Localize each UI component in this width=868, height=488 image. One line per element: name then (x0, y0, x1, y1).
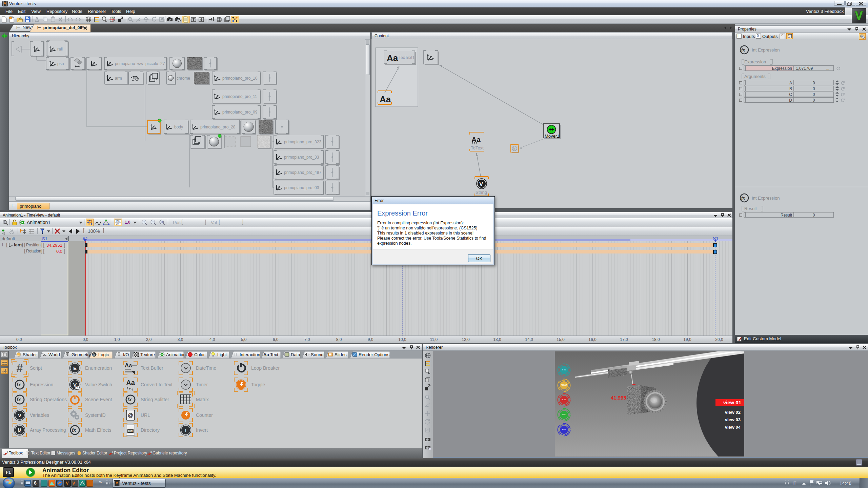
svg-text:Mover1: Mover1 (545, 134, 559, 139)
svg-text:Light: Light (217, 352, 227, 357)
svg-text:primopiano_pro_487: primopiano_pro_487 (284, 170, 321, 175)
svg-text:primopiano_ww_piccolo_27: primopiano_ww_piccolo_27 (115, 61, 165, 66)
svg-text:!: ! (185, 427, 187, 433)
svg-text:TexText1: TexText1 (399, 55, 415, 60)
svg-text:41,995: 41,995 (611, 395, 626, 401)
svg-text:T: T (26, 451, 29, 456)
svg-text:view 04: view 04 (725, 425, 741, 430)
svg-text:String: String (476, 190, 487, 195)
svg-text:fx: fx (17, 397, 21, 402)
svg-text:Aa: Aa (126, 379, 135, 386)
svg-text:Animation: Animation (166, 352, 186, 357)
svg-text:fx: fx (741, 196, 745, 201)
svg-text:Matrix: Matrix (196, 397, 209, 402)
svg-text:ToText: ToText (471, 145, 484, 150)
svg-text:Array Processing: Array Processing (30, 427, 66, 433)
svg-text:view 02: view 02 (725, 410, 741, 415)
svg-text:rail: rail (57, 47, 63, 52)
svg-text:Aa: Aa (387, 53, 398, 63)
svg-text:Texture: Texture (140, 352, 155, 357)
svg-text:X-RN: X-RN (562, 369, 566, 371)
svg-text:?: ? (76, 386, 78, 389)
svg-text:@: @ (128, 412, 133, 418)
svg-text:view 03: view 03 (725, 417, 741, 422)
svg-text:[ ]: [ ] (18, 428, 21, 432)
svg-text:fx: fx (17, 382, 21, 387)
svg-text:primopiano_pro_03: primopiano_pro_03 (284, 185, 319, 190)
svg-text:Loop Breaker: Loop Breaker (251, 365, 280, 371)
svg-text:psu: psu (57, 61, 64, 66)
svg-text:DIR: DIR (128, 430, 133, 433)
svg-text:Interaction: Interaction (240, 352, 260, 357)
svg-text:HOME: HOME (562, 399, 566, 401)
svg-text:fx: fx (127, 397, 132, 402)
svg-text:100: 100 (116, 220, 120, 222)
svg-text:arm: arm (115, 76, 122, 81)
svg-text:Convert to Text: Convert to Text (141, 382, 173, 387)
svg-text:Scene Event: Scene Event (85, 397, 112, 402)
svg-text:V: V (18, 412, 21, 418)
svg-text:primopiano_pro_10: primopiano_pro_10 (222, 76, 258, 81)
svg-text:Sound: Sound (311, 352, 324, 357)
svg-text:Toggle: Toggle (251, 382, 265, 387)
svg-text:Value Switch: Value Switch (85, 382, 112, 387)
svg-text:Directory: Directory (141, 427, 160, 433)
svg-text:Geometry: Geometry (72, 352, 91, 357)
svg-text:Text Buffer: Text Buffer (141, 365, 163, 371)
svg-text:RESULT: RESULT (561, 384, 567, 386)
svg-text:primopiano_pro_09: primopiano_pro_09 (222, 110, 258, 115)
svg-text:String Splitter: String Splitter (141, 397, 169, 402)
svg-text:Text: Text (270, 352, 278, 357)
svg-text:Math Effects: Math Effects (85, 427, 112, 433)
svg-text:Aa: Aa (471, 136, 481, 143)
svg-text:Render Options: Render Options (359, 352, 390, 357)
svg-text:Invert: Invert (196, 427, 208, 433)
svg-text:Script: Script (30, 365, 42, 371)
svg-text:Data: Data (291, 352, 300, 357)
svg-text:V: V (479, 181, 483, 187)
svg-text:Timer: Timer (196, 382, 208, 387)
svg-text:World: World (48, 352, 60, 357)
svg-text:fx: fx (513, 147, 516, 150)
svg-text:Aa: Aa (263, 352, 269, 357)
svg-text:ANIM: ANIM (562, 429, 566, 430)
svg-text:Logic: Logic (98, 352, 109, 357)
svg-text:primopiano_pro_28: primopiano_pro_28 (200, 125, 236, 129)
svg-text:fx: fx (72, 427, 77, 433)
svg-text:E: E (73, 365, 77, 371)
svg-text:SystemID: SystemID (85, 412, 106, 418)
svg-text:MENU: MENU (562, 414, 566, 415)
svg-text:fx: fx (93, 353, 95, 357)
svg-text:Variables: Variables (30, 412, 49, 418)
svg-text:Aa: Aa (380, 94, 391, 104)
svg-text:body: body (174, 125, 183, 129)
svg-text:Counter: Counter (196, 412, 213, 418)
svg-text:DateTime: DateTime (196, 365, 216, 371)
svg-text:Shader: Shader (23, 352, 37, 357)
svg-text:I/O: I/O (123, 352, 129, 357)
svg-text:00: 00 (116, 223, 119, 225)
svg-text:primopiano_pro_11: primopiano_pro_11 (222, 94, 257, 99)
svg-text:fx: fx (741, 47, 745, 53)
svg-text:primopiano_pro_323: primopiano_pro_323 (284, 140, 321, 144)
svg-text:URL: URL (141, 412, 150, 418)
svg-text:Color: Color (194, 352, 205, 357)
svg-text:Enumeration: Enumeration (85, 365, 112, 371)
svg-text:String Operations: String Operations (30, 397, 67, 402)
svg-text:Expression: Expression (30, 382, 53, 387)
svg-text:#: # (17, 362, 23, 374)
svg-text:primopiano_pro_33: primopiano_pro_33 (284, 155, 319, 160)
svg-text:view 01: view 01 (723, 400, 741, 405)
svg-text:chrome: chrome (177, 76, 190, 81)
svg-text:Slides: Slides (335, 352, 347, 357)
